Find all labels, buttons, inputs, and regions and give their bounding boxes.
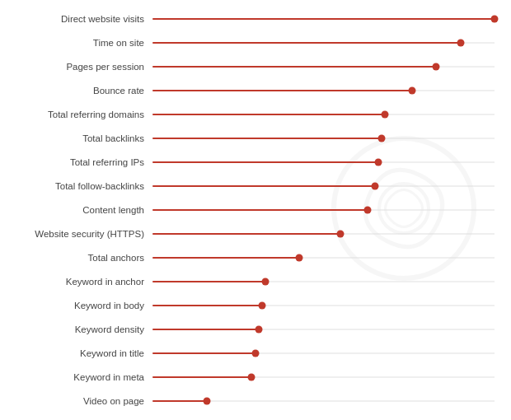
chart-row: Total follow-backlinks — [8, 175, 495, 197]
bar-dot — [337, 231, 345, 238]
row-label: Total referring IPs — [8, 157, 152, 167]
bar-line — [152, 209, 368, 211]
bar-dot — [378, 135, 386, 142]
row-label: Website security (HTTPS) — [8, 229, 152, 239]
row-label: Total backlinks — [8, 133, 152, 143]
bar-line — [152, 400, 207, 402]
bar-area — [152, 8, 495, 30]
chart-row: Website security (HTTPS) — [8, 223, 495, 245]
bar-area — [152, 295, 495, 316]
chart-row: Bounce rate — [8, 80, 495, 101]
bar-dot — [374, 159, 382, 166]
chart-row: Keyword density — [8, 319, 495, 340]
bar-area — [152, 223, 495, 245]
bar-dot — [371, 183, 378, 190]
bar-dot — [251, 350, 259, 357]
row-label: Keyword in title — [8, 348, 152, 358]
bar-line — [152, 185, 375, 187]
row-label: Keyword density — [8, 324, 152, 334]
bar-line — [152, 281, 265, 282]
chart-row: Content length — [8, 199, 495, 221]
chart-row: Video on page — [8, 390, 495, 412]
row-label: Time on site — [8, 38, 152, 48]
bar-line — [152, 114, 385, 115]
chart-container: Direct website visitsTime on sitePages p… — [0, 0, 511, 420]
bar-line — [152, 257, 299, 259]
bar-line — [152, 233, 340, 235]
bar-area — [152, 175, 495, 197]
bar-line — [152, 18, 495, 20]
bar-line — [152, 376, 251, 378]
bar-area — [152, 128, 495, 149]
bar-line — [152, 66, 436, 68]
row-label: Total referring domains — [8, 110, 152, 119]
chart-row: Keyword in title — [8, 343, 495, 364]
bar-area — [152, 390, 495, 412]
bar-dot — [204, 398, 211, 405]
bar-line — [152, 329, 259, 330]
row-label: Total follow-backlinks — [8, 181, 152, 191]
chart-rows: Direct website visitsTime on sitePages p… — [8, 8, 495, 412]
bar-area — [152, 247, 495, 268]
row-label: Keyword in anchor — [8, 277, 152, 287]
bar-area — [152, 32, 495, 54]
bar-line — [152, 352, 256, 354]
bar-area — [152, 56, 495, 77]
bar-line — [152, 42, 461, 44]
bar-area — [152, 319, 495, 340]
bar-area — [152, 80, 495, 101]
bar-area — [152, 366, 495, 388]
chart-row: Total backlinks — [8, 128, 495, 149]
bar-dot — [457, 40, 464, 47]
row-label: Bounce rate — [8, 86, 152, 96]
bar-dot — [382, 111, 389, 119]
row-label: Keyword in body — [8, 301, 152, 310]
bar-dot — [261, 278, 269, 286]
row-label: Video on page — [8, 396, 152, 406]
bar-line — [152, 90, 412, 91]
chart-row: Time on site — [8, 32, 495, 54]
row-label: Total anchors — [8, 253, 152, 263]
chart-row: Total referring IPs — [8, 152, 495, 173]
bar-dot — [364, 207, 372, 214]
bar-line — [152, 161, 378, 163]
chart-row: Keyword in meta — [8, 366, 495, 388]
chart-row: Total anchors — [8, 247, 495, 268]
bar-dot — [409, 87, 416, 95]
row-label: Direct website visits — [8, 14, 152, 24]
chart-row: Keyword in body — [8, 295, 495, 316]
bar-dot — [248, 374, 256, 381]
row-label: Keyword in meta — [8, 372, 152, 382]
chart-row: Pages per session — [8, 56, 495, 77]
bar-dot — [491, 16, 499, 23]
bar-area — [152, 271, 495, 292]
bar-dot — [296, 254, 303, 262]
bar-dot — [255, 326, 262, 334]
bar-area — [152, 104, 495, 125]
bar-dot — [258, 302, 265, 310]
bar-line — [152, 305, 262, 306]
bar-line — [152, 138, 382, 139]
chart-row: Direct website visits — [8, 8, 495, 30]
chart-row: Total referring domains — [8, 104, 495, 125]
row-label: Content length — [8, 205, 152, 215]
bar-area — [152, 152, 495, 173]
bar-dot — [433, 63, 440, 71]
bar-area — [152, 199, 495, 221]
row-label: Pages per session — [8, 62, 152, 72]
bar-area — [152, 343, 495, 364]
chart-row: Keyword in anchor — [8, 271, 495, 292]
